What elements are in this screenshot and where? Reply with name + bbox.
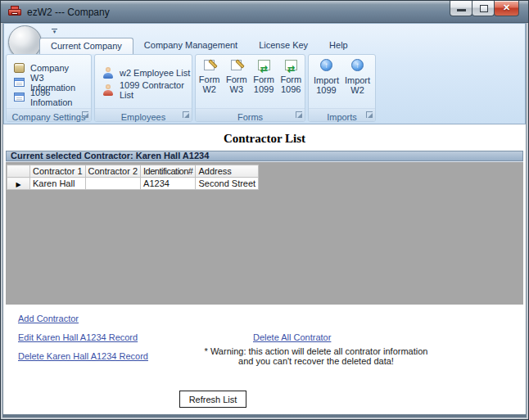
ribbon-item-label: 1096 Infomation	[30, 88, 91, 107]
group-imports: ↑ Import1099 ↑ ImportW2 Imports	[308, 54, 376, 122]
grid-corner-cell[interactable]	[7, 165, 30, 178]
1096-form-icon	[14, 93, 25, 102]
import-icon: ↑	[320, 59, 332, 71]
chevron-down-icon: ▾	[50, 29, 59, 34]
app-window: ezW2 --- Company ✕ ▾ Current Company Com…	[0, 0, 529, 420]
window-title: ezW2 --- Company	[27, 7, 110, 18]
delete-all-link[interactable]: Delete All Contrator	[253, 332, 331, 342]
cell-contractor1[interactable]: Karen Hall	[30, 178, 86, 190]
warning-text: * Warning: this action will delete all c…	[193, 346, 439, 366]
dialog-launcher-icon[interactable]	[296, 111, 302, 118]
blue-person-icon	[102, 67, 114, 79]
tab-help[interactable]: Help	[319, 38, 359, 54]
table-row: ▶ Karen Hall A1234 Second Street	[7, 178, 259, 190]
group-label: Employees	[121, 112, 165, 122]
form-1099-button[interactable]: ⇄ Form1099	[251, 58, 278, 94]
import-1099-button[interactable]: ↑ Import1099	[313, 58, 340, 95]
content-area: Contractor List Current selected Contrac…	[3, 124, 526, 414]
minimize-button[interactable]	[450, 1, 472, 16]
form-edit-icon	[204, 60, 215, 70]
dialog-launcher-icon[interactable]	[183, 111, 189, 118]
cell-contractor2[interactable]	[85, 178, 141, 190]
ribbon-tabs: Current Company Company Management Licen…	[39, 38, 359, 54]
import-icon: ↑	[351, 59, 364, 71]
group-label: Forms	[237, 112, 263, 122]
group-footer-forms[interactable]: Forms	[196, 108, 305, 121]
quick-access-toolbar-button[interactable]: ▾	[50, 29, 59, 34]
group-employees: w2 Employee List 1099 Contractor List Em…	[94, 54, 192, 122]
w3-form-icon	[14, 78, 25, 87]
cell-address[interactable]: Second Street	[196, 178, 259, 190]
window-controls: ✕	[450, 1, 519, 16]
delete-record-link[interactable]: Delete Karen Hall A1234 Record	[18, 351, 148, 361]
row-selector-cell[interactable]: ▶	[7, 178, 30, 190]
column-header-contractor2[interactable]: Contractor 2	[85, 165, 141, 178]
ribbon-item-label: Company	[30, 63, 69, 73]
maximize-icon	[480, 5, 488, 12]
column-header-address[interactable]: Address	[196, 165, 259, 178]
edit-record-link[interactable]: Edit Karen Hall A1234 Record	[18, 332, 138, 342]
close-icon: ✕	[495, 2, 518, 13]
dialog-launcher-icon[interactable]	[366, 111, 373, 118]
contractor-grid: Contractor 1 Contractor 2 Identification…	[7, 165, 259, 190]
ribbon-item-1099-contractor-list[interactable]: 1099 Contractor List	[102, 84, 192, 96]
ribbon-groups: Company W3 Information 1096 Infomation C…	[6, 54, 376, 122]
cell-identification[interactable]: A1234	[141, 178, 196, 190]
group-label: Imports	[327, 112, 357, 122]
row-selector-icon: ▶	[16, 181, 20, 188]
form-edit-icon	[231, 60, 242, 70]
refresh-list-button[interactable]: Refresh List	[179, 391, 246, 408]
group-footer-company-settings[interactable]: Company Settings	[7, 108, 91, 121]
ribbon-item-w2-employee-list[interactable]: w2 Employee List	[102, 66, 192, 79]
selected-contractor-bar: Current selected Contractor: Karen Hall …	[6, 151, 523, 161]
tab-license-key[interactable]: License Key	[248, 38, 319, 54]
group-forms: FormW2 FormW3 ⇄ Form1099 ⇄ Form1096	[195, 54, 305, 122]
form-w2-button[interactable]: FormW2	[196, 58, 223, 94]
group-footer-imports[interactable]: Imports	[309, 108, 375, 121]
grid-header-row: Contractor 1 Contractor 2 Identification…	[7, 165, 259, 178]
title-bar[interactable]: ezW2 --- Company ✕	[1, 1, 528, 23]
column-header-identification[interactable]: Identification#	[141, 165, 196, 178]
ribbon-item-label: 1099 Contractor List	[120, 80, 192, 100]
column-header-contractor1[interactable]: Contractor 1	[30, 165, 86, 178]
tab-company-management[interactable]: Company Management	[133, 38, 248, 54]
red-person-icon	[102, 84, 114, 96]
group-label: Company Settings	[12, 112, 86, 122]
tab-current-company[interactable]: Current Company	[39, 38, 133, 54]
close-button[interactable]: ✕	[494, 1, 519, 16]
ribbon-item-1096-information[interactable]: 1096 Infomation	[14, 91, 91, 103]
ribbon: ▾ Current Company Company Management Lic…	[3, 23, 526, 124]
contractor-grid-area: Contractor 1 Contractor 2 Identification…	[6, 161, 523, 305]
form-export-icon: ⇄	[258, 60, 270, 70]
page-title: Contractor List	[3, 132, 526, 146]
maximize-button[interactable]	[472, 1, 495, 16]
company-icon	[14, 63, 25, 73]
group-footer-employees[interactable]: Employees	[95, 108, 192, 121]
form-export-icon: ⇄	[285, 60, 297, 70]
add-contractor-link[interactable]: Add Contractor	[18, 314, 79, 323]
group-company-settings: Company W3 Information 1096 Infomation C…	[6, 54, 92, 122]
form-1096-button[interactable]: ⇄ Form1096	[278, 58, 305, 94]
form-w3-button[interactable]: FormW3	[223, 58, 250, 94]
minimize-icon	[457, 9, 466, 11]
ribbon-item-label: w2 Employee List	[120, 68, 190, 78]
dialog-launcher-icon[interactable]	[82, 111, 88, 118]
import-w2-button[interactable]: ↑ ImportW2	[344, 58, 371, 95]
app-printer-icon	[8, 6, 21, 18]
